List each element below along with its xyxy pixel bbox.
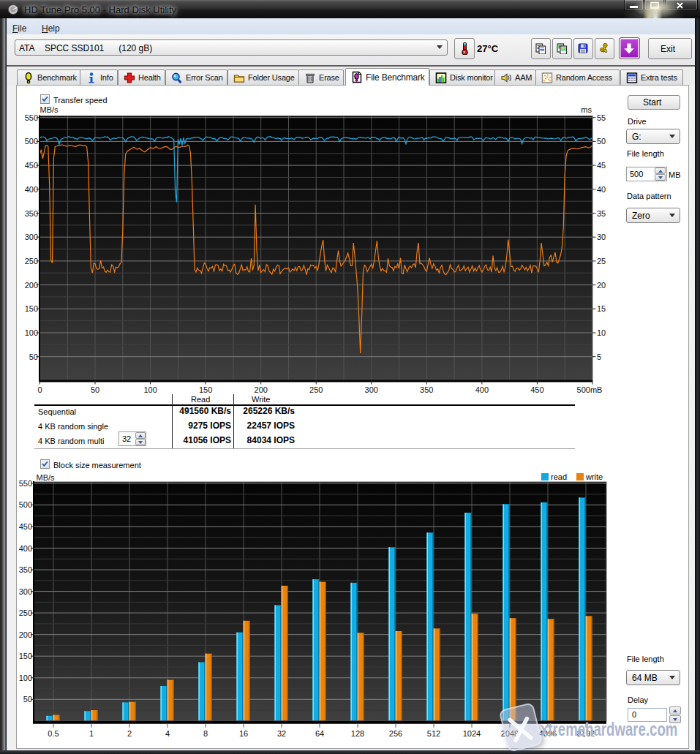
svg-text:350: 350 <box>25 209 38 218</box>
svg-text:550: 550 <box>19 479 32 488</box>
svg-text:55: 55 <box>597 113 606 122</box>
svg-text:45: 45 <box>597 161 606 170</box>
svg-text:2: 2 <box>127 729 132 738</box>
svg-text:256: 256 <box>389 729 402 738</box>
svg-text:15: 15 <box>597 304 606 313</box>
svg-text:300: 300 <box>19 587 32 596</box>
svg-text:350: 350 <box>19 565 32 574</box>
svg-text:200: 200 <box>25 281 38 290</box>
svg-text:32: 32 <box>277 729 286 738</box>
svg-text:550: 550 <box>25 113 38 122</box>
svg-text:500mB: 500mB <box>577 385 603 394</box>
svg-text:8: 8 <box>203 729 208 738</box>
svg-text:4: 4 <box>165 729 170 738</box>
svg-text:25: 25 <box>597 257 606 265</box>
svg-text:16: 16 <box>239 729 248 738</box>
svg-text:250: 250 <box>25 257 38 265</box>
svg-text:500: 500 <box>25 137 38 146</box>
svg-text:400: 400 <box>19 544 32 553</box>
svg-text:1: 1 <box>89 729 94 738</box>
svg-text:100: 100 <box>19 674 32 682</box>
svg-text:500: 500 <box>19 500 32 509</box>
svg-text:150: 150 <box>19 652 32 660</box>
svg-text:512: 512 <box>427 729 440 738</box>
svg-text:MB/s: MB/s <box>37 473 56 482</box>
svg-text:10: 10 <box>597 328 606 337</box>
svg-text:50: 50 <box>597 137 606 146</box>
svg-text:30: 30 <box>597 233 606 241</box>
svg-text:1024: 1024 <box>463 729 481 738</box>
svg-text:40: 40 <box>597 185 606 194</box>
svg-text:150: 150 <box>25 304 38 313</box>
svg-text:300: 300 <box>365 385 378 394</box>
svg-text:450: 450 <box>19 522 32 531</box>
svg-text:300: 300 <box>25 233 38 241</box>
svg-text:350: 350 <box>420 385 433 394</box>
svg-text:ms: ms <box>581 105 592 114</box>
svg-text:450: 450 <box>530 385 543 394</box>
svg-text:100: 100 <box>143 385 157 394</box>
svg-text:150: 150 <box>199 385 212 394</box>
svg-text:200: 200 <box>255 385 268 394</box>
svg-text:MB/s: MB/s <box>40 105 59 114</box>
svg-text:50: 50 <box>91 385 99 394</box>
svg-text:35: 35 <box>597 209 606 218</box>
svg-text:250: 250 <box>19 608 32 617</box>
svg-text:0: 0 <box>37 385 42 394</box>
svg-text:20: 20 <box>597 281 606 290</box>
svg-text:200: 200 <box>19 630 32 639</box>
svg-text:100: 100 <box>25 328 38 337</box>
svg-text:400: 400 <box>475 385 489 394</box>
svg-text:64: 64 <box>315 729 324 738</box>
svg-text:400: 400 <box>25 185 38 194</box>
svg-text:5: 5 <box>597 353 601 361</box>
svg-text:128: 128 <box>351 729 364 738</box>
svg-text:250: 250 <box>309 385 323 394</box>
svg-text:450: 450 <box>25 161 38 170</box>
svg-text:0.5: 0.5 <box>48 729 59 738</box>
